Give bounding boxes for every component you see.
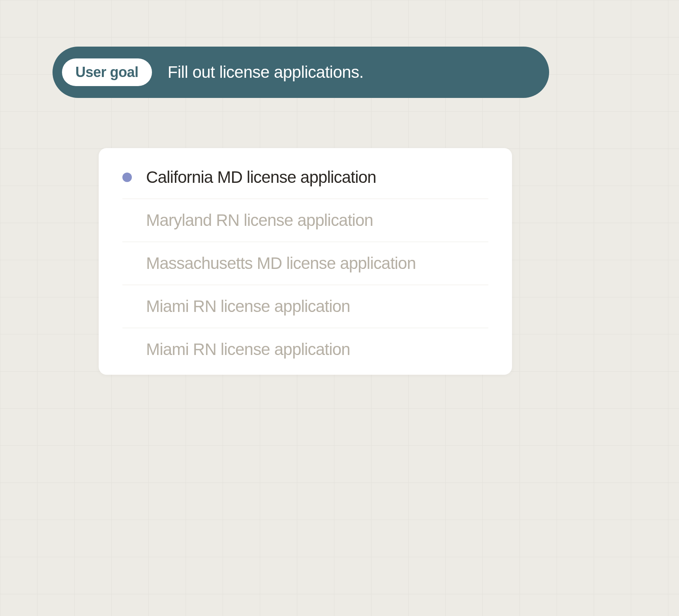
- list-item-label: California MD license application: [146, 168, 376, 187]
- list-item-label: Maryland RN license application: [146, 211, 373, 230]
- list-item[interactable]: California MD license application: [122, 168, 488, 199]
- list-item[interactable]: Maryland RN license application: [122, 199, 488, 242]
- list-item[interactable]: Miami RN license application: [122, 285, 488, 328]
- list-item[interactable]: Miami RN license application: [122, 328, 488, 359]
- application-list-card: California MD license application Maryla…: [99, 148, 512, 375]
- list-item-label: Miami RN license application: [146, 297, 350, 316]
- bullet-spacer: [122, 259, 132, 268]
- bullet-spacer: [122, 302, 132, 311]
- bullet-spacer: [122, 216, 132, 225]
- user-goal-text: Fill out license applications.: [168, 63, 364, 82]
- list-item[interactable]: Massachusetts MD license application: [122, 242, 488, 285]
- user-goal-bar: User goal Fill out license applications.: [53, 47, 549, 98]
- bullet-spacer: [122, 345, 132, 354]
- active-bullet-icon: [122, 173, 132, 182]
- user-goal-badge: User goal: [62, 58, 152, 86]
- list-item-label: Miami RN license application: [146, 340, 350, 359]
- list-item-label: Massachusetts MD license application: [146, 254, 416, 273]
- user-goal-badge-label: User goal: [75, 64, 139, 80]
